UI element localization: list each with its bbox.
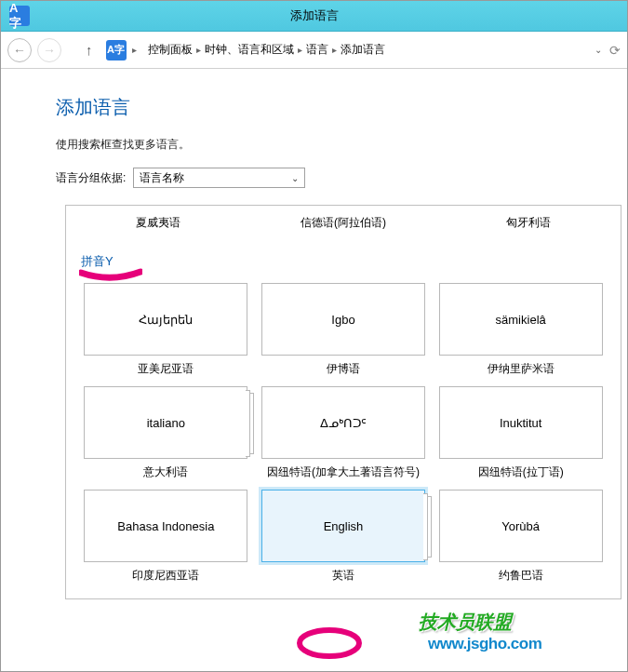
page-title: 添加语言 (56, 95, 628, 120)
language-tile-wrap: Yorùbá约鲁巴语 (437, 490, 604, 584)
language-tile-wrap: Հայերեն亚美尼亚语 (83, 283, 249, 377)
chevron-right-icon: ▸ (196, 45, 201, 55)
language-tile-wrap: ᐃᓄᒃᑎᑐᑦ因纽特语(加拿大土著语言符号) (261, 386, 427, 480)
language-tile[interactable]: sämikielâ (439, 283, 603, 356)
group-by-label: 语言分组依据: (56, 170, 126, 186)
language-tile[interactable]: English (261, 490, 425, 562)
svg-point-0 (300, 630, 359, 656)
refresh-icon[interactable]: ⟳ (609, 43, 621, 58)
list-item[interactable]: 信德语(阿拉伯语) (252, 215, 435, 231)
language-tile-label: 约鲁巴语 (499, 568, 543, 584)
language-tile[interactable]: Igbo (261, 283, 425, 356)
list-item[interactable]: 匈牙利语 (436, 215, 620, 231)
watermark: 技术员联盟 (419, 610, 512, 635)
language-tile-label: 意大利语 (143, 464, 188, 480)
forward-button[interactable]: → (37, 38, 61, 62)
language-tile-wrap: italiano意大利语 (83, 386, 249, 480)
language-tile-label: 因纽特语(加拿大土著语言符号) (267, 464, 420, 480)
group-by-dropdown[interactable]: 语言名称 ⌄ (133, 168, 305, 188)
arrow-left-icon: ← (13, 43, 26, 58)
language-tile-wrap: English英语 (261, 490, 427, 584)
chevron-down-icon: ⌄ (291, 173, 299, 183)
breadcrumb-item[interactable]: 时钟、语言和区域 (205, 42, 294, 58)
language-tile-wrap: Bahasa Indonesia印度尼西亚语 (83, 490, 249, 584)
language-tile-wrap: Igbo伊博语 (261, 283, 427, 377)
group-by-row: 语言分组依据: 语言名称 ⌄ (56, 168, 628, 188)
previous-section-row: 夏威夷语 信德语(阿拉伯语) 匈牙利语 (66, 206, 621, 238)
breadcrumb-icon: A字 (106, 40, 127, 60)
content-area: 添加语言 使用搜索框查找更多语言。 语言分组依据: 语言名称 ⌄ 夏威夷语 信德… (0, 69, 628, 599)
breadcrumb: 控制面板 ▸ 时钟、语言和区域 ▸ 语言 ▸ 添加语言 (142, 42, 590, 58)
list-item[interactable]: 夏威夷语 (67, 215, 250, 231)
language-tile-label: 英语 (332, 568, 354, 584)
annotation-circle (294, 627, 365, 659)
chevron-down-icon[interactable]: ⌄ (595, 45, 602, 55)
language-tile-label: 因纽特语(拉丁语) (478, 464, 564, 480)
help-text: 使用搜索框查找更多语言。 (56, 137, 628, 153)
chevron-right-icon: ▸ (132, 45, 137, 55)
language-grid: Հայերեն亚美尼亚语Igbo伊博语sämikielâ伊纳里萨米语italia… (66, 274, 621, 598)
language-tile-label: 伊纳里萨米语 (488, 361, 555, 377)
language-tile[interactable]: ᐃᓄᒃᑎᑐᑦ (261, 386, 425, 459)
arrow-right-icon: → (43, 43, 56, 58)
language-tile[interactable]: Bahasa Indonesia (84, 490, 247, 562)
language-tile[interactable]: Inuktitut (439, 386, 603, 459)
title-bar: A字 添加语言 (0, 0, 628, 32)
watermark: www.jsgho.com (428, 635, 541, 653)
chevron-right-icon: ▸ (298, 45, 302, 55)
language-tile-label: 亚美尼亚语 (138, 361, 194, 377)
language-tile[interactable]: Հայերեն (84, 283, 247, 356)
nav-bar: ← → ↑ A字 ▸ 控制面板 ▸ 时钟、语言和区域 ▸ 语言 ▸ 添加语言 ⌄… (0, 32, 628, 69)
app-icon: A字 (9, 6, 30, 26)
breadcrumb-item[interactable]: 添加语言 (341, 42, 385, 58)
language-tile[interactable]: italiano (84, 386, 247, 459)
language-tile-label: 伊博语 (327, 361, 360, 377)
up-button[interactable]: ↑ (82, 42, 97, 58)
language-tile-wrap: sämikielâ伊纳里萨米语 (437, 283, 604, 377)
language-tile[interactable]: Yorùbá (439, 490, 603, 562)
language-tile-label: 印度尼西亚语 (132, 568, 199, 584)
breadcrumb-item[interactable]: 控制面板 (148, 42, 193, 58)
window-title: 添加语言 (290, 7, 339, 24)
back-button[interactable]: ← (7, 38, 32, 62)
section-label: 拼音Y (66, 238, 621, 274)
dropdown-value: 语言名称 (140, 170, 184, 186)
language-tile-wrap: Inuktitut因纽特语(拉丁语) (437, 386, 604, 480)
breadcrumb-item[interactable]: 语言 (306, 42, 328, 58)
language-list: 夏威夷语 信德语(阿拉伯语) 匈牙利语 拼音Y Հայերեն亚美尼亚语Igbo… (65, 205, 621, 599)
section-label-text: 拼音Y (81, 254, 114, 268)
chevron-right-icon: ▸ (332, 45, 337, 55)
